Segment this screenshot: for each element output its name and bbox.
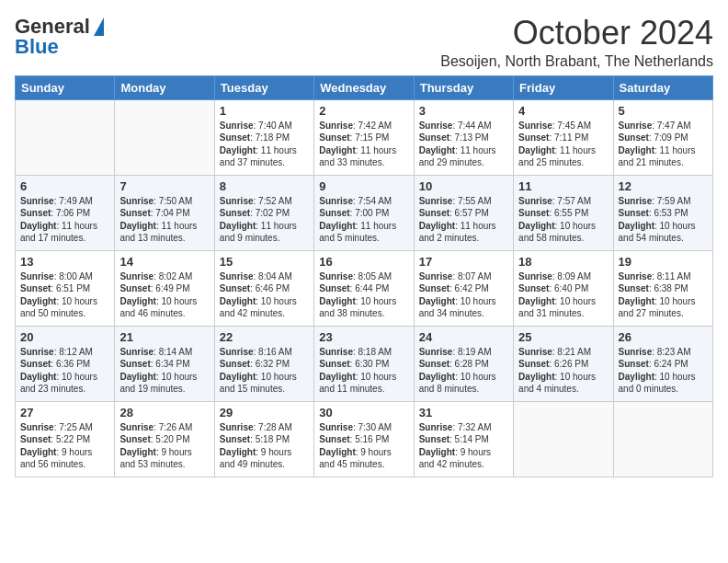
info-line: Daylight: 10 hours [518,371,608,384]
month-title: October 2024 [440,15,713,52]
info-line: and 25 minutes. [518,156,608,169]
day-number: 31 [419,406,508,419]
info-line: and 54 minutes. [619,232,708,245]
info-line: Sunrise: 7:49 AM [20,195,109,208]
calendar-cell: 6Sunrise: 7:49 AMSunset: 7:06 PMDaylight… [16,175,115,250]
day-info: Sunrise: 7:30 AMSunset: 5:16 PMDaylight:… [319,421,408,471]
day-number: 13 [20,255,109,269]
day-info: Sunrise: 7:42 AMSunset: 7:15 PMDaylight:… [319,120,408,169]
day-number: 16 [319,255,408,269]
day-info: Sunrise: 8:16 AMSunset: 6:32 PMDaylight:… [220,346,309,396]
week-row-1: 1Sunrise: 7:40 AMSunset: 7:18 PMDaylight… [16,99,713,175]
day-info: Sunrise: 7:45 AMSunset: 7:11 PMDaylight:… [518,120,608,169]
day-info: Sunrise: 8:23 AMSunset: 6:24 PMDaylight:… [619,346,708,396]
day-number: 18 [518,255,608,269]
info-line: and 0 minutes. [619,383,708,396]
day-info: Sunrise: 8:12 AMSunset: 6:36 PMDaylight:… [20,346,109,396]
info-line: Sunrise: 7:52 AM [220,195,309,208]
day-info: Sunrise: 7:40 AMSunset: 7:18 PMDaylight:… [220,120,309,169]
day-info: Sunrise: 7:59 AMSunset: 6:53 PMDaylight:… [619,195,708,245]
info-line: Sunrise: 7:47 AM [619,120,708,132]
day-info: Sunrise: 7:55 AMSunset: 6:57 PMDaylight:… [419,195,508,245]
info-line: Daylight: 11 hours [419,220,508,233]
day-number: 27 [20,406,109,419]
info-line: and 58 minutes. [518,232,608,245]
day-number: 30 [319,406,408,419]
day-number: 11 [518,179,608,193]
info-line: and 33 minutes. [319,156,408,169]
day-info: Sunrise: 7:52 AMSunset: 7:02 PMDaylight:… [220,195,309,245]
day-number: 12 [619,179,708,193]
calendar-cell: 2Sunrise: 7:42 AMSunset: 7:15 PMDaylight… [314,99,414,175]
calendar-cell [613,401,712,477]
info-line: Daylight: 10 hours [220,295,309,308]
info-line: Sunset: 7:00 PM [319,207,408,220]
info-line: Sunrise: 8:07 AM [419,270,508,283]
info-line: Sunrise: 7:26 AM [119,421,209,434]
calendar-cell: 10Sunrise: 7:55 AMSunset: 6:57 PMDayligh… [414,175,513,250]
info-line: Sunset: 6:42 PM [419,282,508,295]
info-line: Sunrise: 8:16 AM [220,346,309,359]
info-line: Sunset: 6:38 PM [619,282,708,295]
day-number: 15 [220,255,309,269]
header-thursday: Thursday [414,75,513,99]
info-line: Sunrise: 8:11 AM [619,270,708,283]
calendar-cell: 25Sunrise: 8:21 AMSunset: 6:26 PMDayligh… [514,326,613,401]
day-info: Sunrise: 8:02 AMSunset: 6:49 PMDaylight:… [119,270,209,320]
info-line: Sunrise: 7:45 AM [518,120,608,132]
info-line: Sunrise: 8:21 AM [518,346,608,359]
info-line: Sunrise: 7:40 AM [220,120,309,132]
info-line: Daylight: 11 hours [319,144,408,157]
info-line: Sunset: 6:49 PM [119,282,209,295]
info-line: and 42 minutes. [220,307,309,320]
info-line: Sunset: 5:22 PM [20,433,109,446]
header-sunday: Sunday [16,75,115,99]
calendar-cell: 9Sunrise: 7:54 AMSunset: 7:00 PMDaylight… [314,175,414,250]
day-number: 9 [319,179,408,193]
day-number: 22 [220,330,309,344]
info-line: Daylight: 10 hours [319,295,408,308]
header-saturday: Saturday [613,75,712,99]
info-line: and 13 minutes. [119,232,209,245]
info-line: Sunrise: 7:44 AM [419,120,508,132]
week-row-5: 27Sunrise: 7:25 AMSunset: 5:22 PMDayligh… [16,401,713,477]
info-line: Daylight: 9 hours [419,446,508,459]
info-line: and 5 minutes. [319,232,408,245]
info-line: Sunset: 7:04 PM [119,207,209,220]
calendar-cell: 31Sunrise: 7:32 AMSunset: 5:14 PMDayligh… [414,401,513,477]
day-info: Sunrise: 8:11 AMSunset: 6:38 PMDaylight:… [619,270,708,320]
info-line: Sunset: 6:24 PM [619,358,708,371]
calendar-cell: 3Sunrise: 7:44 AMSunset: 7:13 PMDaylight… [414,99,513,175]
info-line: Sunset: 7:09 PM [619,132,708,144]
header-row: Sunday Monday Tuesday Wednesday Thursday… [16,75,713,99]
logo-blue: Blue [15,35,59,59]
info-line: Daylight: 10 hours [119,371,209,384]
info-line: and 45 minutes. [319,458,408,471]
calendar-cell: 29Sunrise: 7:28 AMSunset: 5:18 PMDayligh… [214,401,313,477]
info-line: Sunrise: 7:54 AM [319,195,408,208]
info-line: Daylight: 11 hours [20,220,109,233]
header-monday: Monday [115,75,214,99]
calendar-cell: 20Sunrise: 8:12 AMSunset: 6:36 PMDayligh… [16,326,115,401]
location-title: Besoijen, North Brabant, The Netherlands [440,53,713,70]
info-line: and 11 minutes. [319,383,408,396]
info-line: Daylight: 10 hours [20,295,109,308]
day-number: 6 [20,179,109,193]
info-line: Sunrise: 7:57 AM [518,195,608,208]
info-line: Sunrise: 8:00 AM [20,270,109,283]
info-line: and 46 minutes. [119,307,209,320]
day-number: 23 [319,330,408,344]
info-line: Sunrise: 8:18 AM [319,346,408,359]
info-line: and 23 minutes. [20,383,109,396]
info-line: Sunrise: 8:04 AM [220,270,309,283]
day-info: Sunrise: 8:18 AMSunset: 6:30 PMDaylight:… [319,346,408,396]
info-line: and 9 minutes. [220,232,309,245]
info-line: Sunset: 7:18 PM [220,132,309,144]
week-row-3: 13Sunrise: 8:00 AMSunset: 6:51 PMDayligh… [16,250,713,326]
info-line: Sunrise: 8:09 AM [518,270,608,283]
day-number: 4 [518,104,608,118]
day-number: 17 [419,255,508,269]
calendar-cell: 22Sunrise: 8:16 AMSunset: 6:32 PMDayligh… [214,326,313,401]
info-line: Daylight: 11 hours [419,144,508,157]
info-line: Daylight: 11 hours [220,144,309,157]
